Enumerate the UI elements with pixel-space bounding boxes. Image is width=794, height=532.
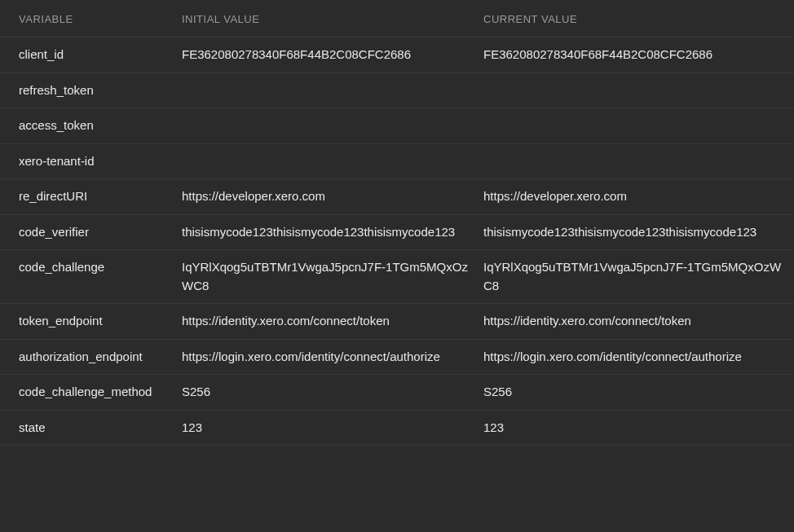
cell-current-value[interactable]: https://developer.xero.com xyxy=(483,187,794,206)
cell-current-value[interactable] xyxy=(483,117,794,135)
variables-table: VARIABLE INITIAL VALUE CURRENT VALUE cli… xyxy=(0,0,794,446)
table-row[interactable]: state123123 xyxy=(0,410,794,446)
header-current-value: CURRENT VALUE xyxy=(483,13,794,25)
cell-variable[interactable]: code_challenge xyxy=(19,258,182,295)
cell-initial-value[interactable]: https://login.xero.com/identity/connect/… xyxy=(182,348,483,367)
cell-initial-value[interactable]: thisismycode123thisismycode123thisismyco… xyxy=(182,223,483,242)
table-row[interactable]: xero-tenant-id xyxy=(0,143,794,179)
cell-initial-value[interactable]: FE362080278340F68F44B2C08CFC2686 xyxy=(182,46,483,64)
cell-variable[interactable]: state xyxy=(19,419,182,437)
cell-current-value[interactable]: FE362080278340F68F44B2C08CFC2686 xyxy=(483,46,794,64)
table-row[interactable]: refresh_token xyxy=(0,73,794,108)
cell-current-value[interactable] xyxy=(483,81,794,100)
header-initial-value: INITIAL VALUE xyxy=(182,13,483,25)
table-row[interactable]: access_token xyxy=(0,108,794,143)
table-row[interactable]: code_challengeIqYRlXqog5uTBTMr1VwgaJ5pcn… xyxy=(0,249,794,303)
cell-current-value[interactable]: https://identity.xero.com/connect/token xyxy=(483,312,794,331)
cell-initial-value[interactable] xyxy=(182,152,483,171)
cell-initial-value[interactable]: https://developer.xero.com xyxy=(182,187,483,206)
cell-variable[interactable]: xero-tenant-id xyxy=(19,152,182,171)
table-row[interactable]: re_directURIhttps://developer.xero.comht… xyxy=(0,178,794,214)
cell-variable[interactable]: code_challenge_method xyxy=(19,383,182,402)
cell-current-value[interactable]: S256 xyxy=(483,383,794,402)
header-variable: VARIABLE xyxy=(19,13,182,25)
cell-variable[interactable]: re_directURI xyxy=(19,187,182,206)
cell-variable[interactable]: refresh_token xyxy=(19,81,182,100)
table-row[interactable]: client_idFE362080278340F68F44B2C08CFC268… xyxy=(0,37,794,73)
cell-variable[interactable]: token_endpoint xyxy=(19,312,182,331)
cell-initial-value[interactable]: IqYRlXqog5uTBTMr1VwgaJ5pcnJ7F-1TGm5MQxOz… xyxy=(182,258,483,295)
cell-current-value[interactable] xyxy=(483,152,794,171)
cell-variable[interactable]: access_token xyxy=(19,117,182,135)
cell-current-value[interactable]: 123 xyxy=(483,419,794,437)
cell-initial-value[interactable]: S256 xyxy=(182,383,483,402)
table-row[interactable]: token_endpointhttps://identity.xero.com/… xyxy=(0,303,794,339)
cell-current-value[interactable]: IqYRlXqog5uTBTMr1VwgaJ5pcnJ7F-1TGm5MQxOz… xyxy=(483,258,794,295)
cell-variable[interactable]: code_verifier xyxy=(19,223,182,242)
cell-initial-value[interactable] xyxy=(182,81,483,100)
table-header-row: VARIABLE INITIAL VALUE CURRENT VALUE xyxy=(0,13,794,37)
cell-current-value[interactable]: https://login.xero.com/identity/connect/… xyxy=(483,348,794,367)
table-row[interactable]: code_challenge_methodS256S256 xyxy=(0,374,794,410)
cell-initial-value[interactable] xyxy=(182,117,483,135)
table-row[interactable]: code_verifierthisismycode123thisismycode… xyxy=(0,214,794,250)
cell-initial-value[interactable]: 123 xyxy=(182,419,483,437)
cell-initial-value[interactable]: https://identity.xero.com/connect/token xyxy=(182,312,483,331)
cell-variable[interactable]: authorization_endpoint xyxy=(19,348,182,367)
cell-current-value[interactable]: thisismycode123thisismycode123thisismyco… xyxy=(483,223,794,242)
cell-variable[interactable]: client_id xyxy=(19,46,182,64)
table-row[interactable]: authorization_endpointhttps://login.xero… xyxy=(0,339,794,375)
